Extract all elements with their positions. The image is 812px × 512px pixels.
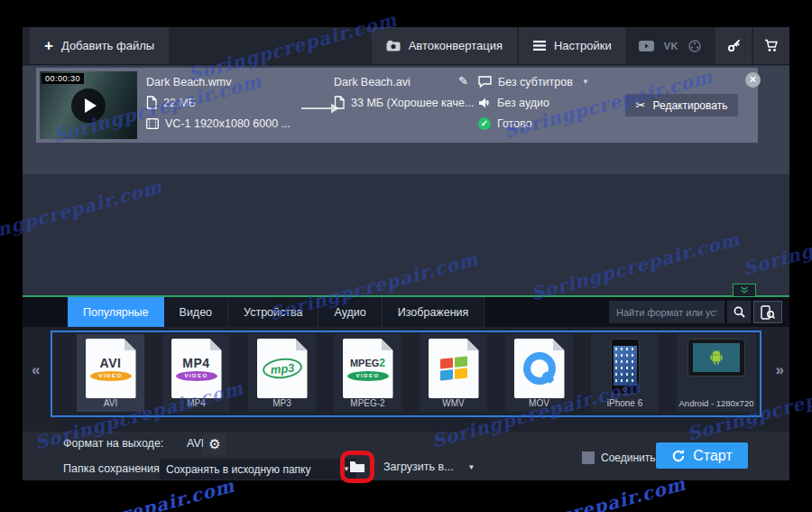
folder-icon <box>349 461 365 473</box>
format-tile-iphone6[interactable]: iPhone 6 <box>591 334 659 412</box>
iphone-icon <box>611 339 640 395</box>
annotation-highlight-red <box>340 451 374 483</box>
search-icon <box>734 306 745 318</box>
tile-label: MPEG-2 <box>350 398 384 408</box>
scroll-left-button[interactable]: « <box>32 361 40 379</box>
edit-button[interactable]: ✂ Редактировать <box>625 94 738 116</box>
mpeg2-file-icon: MPEG 2 VIDEO <box>343 339 393 398</box>
scroll-right-button[interactable]: » <box>776 361 784 379</box>
source-info-column: Dark Beach.wmv 22 МБ VC-1 1920x1080 6000… <box>146 74 291 131</box>
search-button[interactable] <box>727 301 751 323</box>
tab-audio[interactable]: Аудио <box>318 297 382 327</box>
search-input[interactable] <box>609 301 724 323</box>
activation-key-button[interactable] <box>715 27 752 64</box>
start-button[interactable]: Старт <box>656 442 748 469</box>
tile-label: MP3 <box>272 398 291 408</box>
format-tiles: AVI VIDEO AVI MP4 VIDEO MP4 <box>77 334 756 412</box>
mp3-file-icon: mp3 <box>257 339 308 398</box>
upload-dropdown[interactable]: Загрузить в... ▼ <box>383 461 475 473</box>
settings-label: Настройки <box>554 39 612 52</box>
duration-badge: 00:00:30 <box>42 73 84 84</box>
status-label: Готово <box>497 117 532 130</box>
tile-label: MP4 <box>187 398 206 408</box>
toolbar: + Добавить файлы Автоконвертация Настрой… <box>23 27 789 65</box>
merge-checkbox[interactable] <box>582 451 595 464</box>
add-files-label: Добавить файлы <box>61 39 154 52</box>
source-filename: Dark Beach.wmv <box>146 76 231 88</box>
output-format-value: AVI <box>187 437 204 450</box>
autoconvert-button[interactable]: Автоконвертация <box>372 27 517 64</box>
play-icon <box>85 98 97 113</box>
tile-label: iPhone 6 <box>607 398 642 408</box>
plus-icon: + <box>44 38 53 53</box>
youtube-icon[interactable] <box>639 41 654 51</box>
format-panel: Популярные Видео Устройства Аудио Изобра… <box>23 295 789 480</box>
quicktime-logo-icon <box>523 352 556 385</box>
upload-label: Загрузить в... <box>383 461 454 473</box>
format-tile-mp3[interactable]: mp3 MP3 <box>248 334 316 412</box>
app-window: + Добавить файлы Автоконвертация Настрой… <box>23 27 789 480</box>
tab-popular[interactable]: Популярные <box>68 297 164 327</box>
add-files-button[interactable]: + Добавить файлы <box>30 27 169 64</box>
screenshot-stage: + Добавить файлы Автоконвертация Настрой… <box>0 0 812 512</box>
audio-icon <box>478 98 491 108</box>
target-size-quality[interactable]: 33 МБ (Хорошее каче... <box>351 97 474 109</box>
stream-options-column: Без субтитров ▼ Без аудио ✓ Готово <box>478 74 589 131</box>
remove-file-button[interactable]: × <box>745 72 761 88</box>
status-check-icon: ✓ <box>478 117 491 130</box>
audio-value[interactable]: Без аудио <box>497 97 549 109</box>
android-tablet-icon <box>687 339 745 377</box>
wmv-file-icon <box>429 339 479 398</box>
windows-logo-icon <box>440 356 467 380</box>
tile-label: WMV <box>442 398 464 408</box>
subtitles-value[interactable]: Без субтитров <box>498 76 573 88</box>
format-tile-android[interactable]: Android - 1280x720 <box>677 334 756 412</box>
tab-images[interactable]: Изображения <box>383 297 485 327</box>
format-tile-mp4[interactable]: MP4 VIDEO MP4 <box>162 334 230 412</box>
format-strip: « » AVI VIDEO AVI MP4 VIDEO <box>23 327 789 432</box>
toolbar-spacer <box>169 27 372 64</box>
mp4-file-icon: MP4 VIDEO <box>171 339 222 398</box>
device-search-button[interactable] <box>753 301 782 323</box>
format-tile-avi[interactable]: AVI VIDEO AVI <box>77 334 144 412</box>
tab-video[interactable]: Видео <box>164 297 229 327</box>
format-tile-mov[interactable]: MOV <box>505 334 573 412</box>
device-search-icon <box>761 305 775 320</box>
chevron-down-icon: ▼ <box>468 463 475 471</box>
convert-refresh-icon <box>671 449 686 463</box>
video-thumbnail[interactable]: 00:00:30 <box>40 71 137 139</box>
format-tile-wmv[interactable]: WMV <box>420 334 487 412</box>
target-filename[interactable]: Dark Beach.avi <box>334 76 411 88</box>
browse-folder-button[interactable] <box>349 461 365 473</box>
format-tabs: Популярные Видео Устройства Аудио Изобра… <box>23 297 789 327</box>
subtitles-icon <box>478 76 492 88</box>
cart-icon <box>764 39 779 52</box>
format-tile-mpeg2[interactable]: MPEG 2 VIDEO MPEG-2 <box>334 334 401 412</box>
vk-icon[interactable]: VK <box>664 41 678 51</box>
film-reel-icon[interactable] <box>688 40 701 52</box>
settings-button[interactable]: Настройки <box>519 27 626 64</box>
save-folder-label: Папка сохранения: <box>63 462 162 475</box>
merge-label: Соединить <box>601 451 656 464</box>
format-search <box>609 301 782 323</box>
autoconvert-icon <box>386 41 401 51</box>
tab-devices[interactable]: Устройства <box>228 297 318 327</box>
chevron-down-icon[interactable]: ▼ <box>582 78 589 86</box>
social-icons: VK <box>626 27 714 64</box>
save-folder-dropdown[interactable]: Сохранять в исходную папку ▼ <box>160 459 356 479</box>
cart-button[interactable] <box>753 27 789 64</box>
tile-label: MOV <box>529 398 549 408</box>
collapse-panel-button[interactable] <box>733 284 756 296</box>
scissors-icon: ✂ <box>636 98 646 112</box>
format-settings-button[interactable]: ⚙ <box>203 433 226 455</box>
tile-label: AVI <box>104 398 117 408</box>
file-row: 00:00:30 Dark Beach.wmv 22 МБ VC-1 1920x… <box>36 68 758 143</box>
gear-icon: ⚙ <box>208 436 220 452</box>
play-button[interactable] <box>71 88 106 123</box>
film-frame-icon <box>146 118 159 129</box>
rename-pencil-icon[interactable]: ✎ <box>458 74 468 88</box>
android-robot-icon <box>706 349 726 367</box>
mov-file-icon <box>514 339 565 398</box>
tile-label: Android - 1280x720 <box>679 398 754 408</box>
hamburger-icon <box>533 41 546 51</box>
